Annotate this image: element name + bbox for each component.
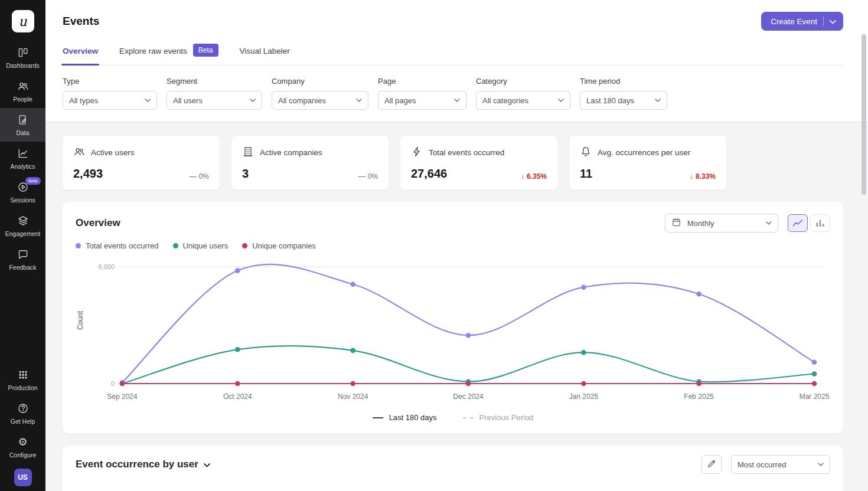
svg-text:Nov 2024: Nov 2024: [338, 392, 368, 401]
tab-overview[interactable]: Overview: [63, 45, 98, 65]
app: { "sidebar": { "logo_text": "u", "items"…: [0, 0, 868, 491]
stat-card-active-companies: Active companies 3 —0%: [231, 136, 389, 190]
segment-filter-select[interactable]: All users: [167, 91, 262, 110]
svg-text:Mar 2025: Mar 2025: [800, 392, 830, 401]
sidebar-item-dashboards[interactable]: Dashboards: [0, 41, 45, 74]
app-logo[interactable]: u: [12, 10, 34, 32]
stat-title: Total events occurred: [429, 148, 504, 157]
production-icon: [17, 369, 29, 381]
legend-item[interactable]: Unique companies: [242, 241, 316, 250]
sidebar-item-label: Analytics: [10, 163, 35, 170]
filter-label: Company: [272, 77, 368, 86]
svg-text:Feb 2025: Feb 2025: [684, 392, 714, 401]
stat-change: ↓8.33%: [690, 172, 716, 181]
sidebar-item-label: Production: [8, 384, 37, 391]
legend-item[interactable]: Total events occurred: [76, 241, 159, 250]
svg-text:Oct 2024: Oct 2024: [223, 392, 252, 401]
line-chart-toggle[interactable]: [788, 214, 808, 232]
user-avatar[interactable]: US: [14, 469, 32, 486]
sidebar-item-feedback[interactable]: Feedback: [0, 243, 45, 276]
tabs: Overview Explore raw events Beta Visual …: [63, 45, 843, 66]
sidebar-item-engagement[interactable]: Engagement: [0, 209, 45, 243]
logo-glyph: u: [18, 14, 27, 29]
tab-label: Overview: [63, 47, 98, 55]
legend-current-period[interactable]: Last 180 days: [373, 413, 437, 422]
stat-card-active-users: Active users 2,493 —0%: [63, 136, 220, 190]
filter-label: Category: [476, 77, 570, 86]
arrow-down-icon: ↓: [521, 172, 524, 181]
filter-bar: Type All types Segment All users Company…: [63, 66, 843, 122]
tab-label: Visual Labeler: [240, 47, 290, 55]
sidebar-footer: Production Get Help ⚙ Configure US: [0, 363, 45, 491]
sidebar-item-people[interactable]: People: [0, 74, 45, 108]
stat-title: Active companies: [260, 148, 322, 157]
arrow-down-icon: ↓: [690, 172, 693, 181]
legend-label: Previous Period: [479, 413, 534, 422]
stat-change: —0%: [190, 172, 209, 181]
filter-segment: Segment All users: [167, 77, 262, 110]
sidebar-item-get-help[interactable]: Get Help: [0, 397, 45, 430]
sidebar-item-analytics[interactable]: Analytics: [0, 142, 45, 175]
section-title: Event occurrence by user: [76, 459, 198, 470]
sidebar-item-label: Engagement: [5, 230, 41, 237]
svg-text:0: 0: [111, 380, 115, 387]
sort-select[interactable]: Most occurred: [731, 455, 830, 474]
edit-button[interactable]: [701, 455, 722, 474]
content-area: Active users 2,493 —0% Active companies …: [45, 122, 868, 491]
sidebar-item-label: Data: [16, 129, 29, 136]
select-value: All categories: [482, 96, 528, 105]
granularity-select[interactable]: Monthly: [665, 214, 778, 233]
page-filter-select[interactable]: All pages: [378, 91, 466, 110]
category-filter-select[interactable]: All categories: [476, 91, 570, 110]
chevron-down-icon: [558, 99, 564, 102]
type-filter-select[interactable]: All types: [63, 91, 157, 110]
chart-legend: Total events occurredUnique usersUnique …: [76, 241, 830, 250]
legend-label: Last 180 days: [389, 413, 437, 422]
select-value: Last 180 days: [586, 96, 634, 105]
sidebar-item-label: Configure: [9, 451, 37, 459]
create-event-label: Create Event: [771, 17, 817, 26]
stat-value: 27,646: [411, 167, 447, 181]
sidebar-item-label: Sessions: [10, 197, 35, 204]
svg-text:Dec 2024: Dec 2024: [453, 392, 484, 401]
time-period-filter-select[interactable]: Last 180 days: [580, 91, 667, 110]
tab-explore-raw-events[interactable]: Explore raw events Beta: [119, 45, 218, 65]
filter-company: Company All companies: [272, 77, 368, 110]
building-icon: [242, 146, 254, 159]
legend-item[interactable]: Unique users: [173, 241, 229, 250]
filter-label: Time period: [580, 77, 667, 86]
svg-text:6,000: 6,000: [98, 263, 115, 270]
legend-previous-period[interactable]: Previous Period: [463, 413, 534, 422]
chevron-down-icon: [250, 99, 256, 102]
sidebar: u Dashboards People Data Analytics: [0, 0, 45, 491]
event-occurrence-title[interactable]: Event occurrence by user: [76, 459, 210, 470]
beta-badge: Beta: [193, 44, 218, 57]
filter-page: Page All pages: [378, 77, 466, 110]
sidebar-item-data[interactable]: Data: [0, 108, 45, 142]
scrollbar-thumb[interactable]: [862, 34, 866, 195]
create-event-button[interactable]: Create Event: [761, 12, 843, 31]
stat-change: —0%: [358, 172, 378, 181]
sidebar-item-label: Dashboards: [6, 62, 40, 69]
select-value: Monthly: [687, 219, 761, 228]
company-filter-select[interactable]: All companies: [272, 91, 368, 110]
dashed-line-sample: [463, 417, 474, 418]
chevron-down-icon: [356, 99, 362, 102]
overview-title: Overview: [76, 217, 120, 229]
chevron-down-icon: [830, 17, 836, 26]
sidebar-item-sessions[interactable]: Beta Sessions: [0, 175, 45, 209]
stat-card-avg-occurrences: Avg. occurrences per user 11 ↓8.33%: [569, 136, 726, 190]
feedback-icon: [17, 248, 29, 260]
stat-card-total-events: Total events occurred 27,646 ↓6.35%: [400, 136, 557, 190]
filter-label: Segment: [167, 77, 262, 86]
sidebar-item-production[interactable]: Production: [0, 363, 45, 397]
sidebar-item-configure[interactable]: ⚙ Configure: [0, 430, 45, 464]
engagement-icon: [17, 215, 29, 227]
filter-label: Page: [378, 77, 466, 86]
bar-chart-toggle[interactable]: [810, 214, 830, 232]
y-axis-label: Count: [76, 311, 84, 330]
tab-visual-labeler[interactable]: Visual Labeler: [240, 45, 290, 65]
stat-value: 2,493: [73, 167, 103, 181]
sidebar-item-label: People: [13, 96, 32, 103]
sessions-icon: Beta: [17, 181, 29, 193]
